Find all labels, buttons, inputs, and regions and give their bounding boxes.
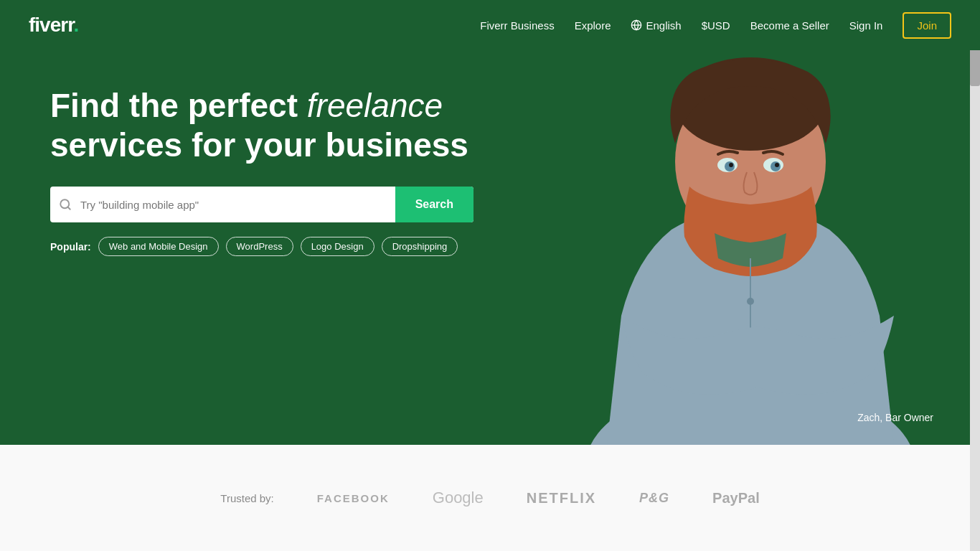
trusted-logo-paypal: PayPal: [712, 490, 760, 507]
svg-point-8: [729, 163, 733, 167]
tag-dropshipping[interactable]: Dropshipping: [382, 237, 458, 256]
trusted-logo-facebook: FACEBOOK: [317, 492, 390, 504]
join-button[interactable]: Join: [903, 12, 951, 39]
nav-explore[interactable]: Explore: [575, 19, 611, 32]
hero-content: Find the perfect freelance services for …: [50, 86, 473, 256]
trusted-label: Trusted by:: [220, 492, 273, 504]
trusted-logo-google: Google: [433, 489, 484, 507]
logo-dot: .: [74, 14, 79, 36]
search-bar: Search: [50, 187, 473, 222]
search-input[interactable]: [80, 199, 395, 211]
logo[interactable]: fiverr.: [29, 14, 78, 37]
hero-title: Find the perfect freelance services for …: [50, 86, 473, 165]
hero-section: Zach, Bar Owner Find the perfect freelan…: [0, 0, 980, 445]
scrollbar-track: [970, 0, 980, 551]
navbar: fiverr. Fiverr Business Explore English …: [0, 0, 980, 50]
navbar-links: Fiverr Business Explore English $USD Bec…: [480, 12, 951, 39]
nav-currency[interactable]: $USD: [702, 19, 730, 32]
trusted-logo-netflix: NETFLIX: [527, 490, 596, 507]
tag-logo-design[interactable]: Logo Design: [301, 237, 374, 256]
search-icon-wrap: [50, 198, 80, 211]
hero-person-image: [564, 29, 937, 445]
globe-icon: [631, 19, 642, 31]
tag-web-mobile-design[interactable]: Web and Mobile Design: [98, 237, 219, 256]
nav-become-seller[interactable]: Become a Seller: [750, 19, 829, 32]
search-icon: [59, 198, 72, 211]
nav-sign-in[interactable]: Sign In: [849, 19, 883, 32]
popular-tags-row: Popular: Web and Mobile Design WordPress…: [50, 237, 473, 256]
popular-label: Popular:: [50, 241, 91, 253]
trusted-logo-pg: P&G: [639, 491, 669, 506]
person-caption: Zach, Bar Owner: [857, 412, 933, 423]
nav-fiverr-business[interactable]: Fiverr Business: [480, 19, 554, 32]
search-button[interactable]: Search: [395, 187, 473, 222]
svg-point-11: [747, 298, 754, 305]
svg-line-14: [67, 207, 70, 209]
svg-point-9: [775, 163, 779, 167]
tag-wordpress[interactable]: WordPress: [226, 237, 293, 256]
nav-language[interactable]: English: [631, 19, 681, 32]
trusted-section: Trusted by: FACEBOOK Google NETFLIX P&G …: [0, 445, 980, 551]
